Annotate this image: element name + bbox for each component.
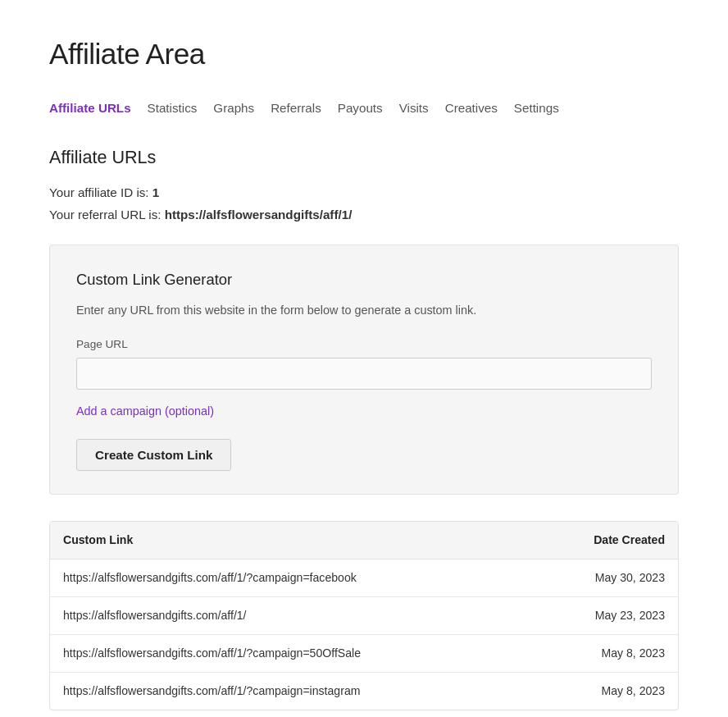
nav-item-payouts[interactable]: Payouts [338, 96, 383, 121]
table-cell-link: https://alfsflowersandgifts.com/aff/1/?c… [50, 673, 533, 710]
table-header-row: Custom Link Date Created [50, 522, 678, 559]
table-cell-link: https://alfsflowersandgifts.com/aff/1/ [50, 597, 533, 635]
table-cell-date: May 30, 2023 [533, 559, 678, 596]
page-title: Affiliate Area [49, 33, 679, 76]
create-custom-link-button[interactable]: Create Custom Link [76, 439, 231, 471]
table-cell-date: May 8, 2023 [533, 673, 678, 710]
referral-url-line: Your referral URL is: https://alfsflower… [49, 206, 679, 225]
table-row: https://alfsflowersandgifts.com/aff/1/?c… [50, 673, 678, 710]
nav-bar: Affiliate URLs Statistics Graphs Referra… [49, 96, 679, 121]
custom-links-table: Custom Link Date Created https://alfsflo… [50, 522, 678, 710]
section-title: Affiliate URLs [49, 144, 679, 171]
table-row: https://alfsflowersandgifts.com/aff/1/?c… [50, 559, 678, 596]
nav-item-referrals[interactable]: Referrals [271, 96, 321, 121]
nav-item-settings[interactable]: Settings [514, 96, 559, 121]
affiliate-id-line: Your affiliate ID is: 1 [49, 184, 679, 203]
nav-item-statistics[interactable]: Statistics [148, 96, 198, 121]
referral-url-label: Your referral URL is: [49, 208, 165, 221]
affiliate-id-value: 1 [152, 185, 159, 199]
page-url-input[interactable] [76, 358, 652, 390]
nav-item-visits[interactable]: Visits [399, 96, 429, 121]
page-url-label: Page URL [76, 336, 652, 353]
page-wrapper: Affiliate Area Affiliate URLs Statistics… [0, 0, 728, 717]
table-cell-date: May 23, 2023 [533, 597, 678, 635]
affiliate-info: Your affiliate ID is: 1 Your referral UR… [49, 184, 679, 225]
nav-item-graphs[interactable]: Graphs [213, 96, 254, 121]
nav-item-creatives[interactable]: Creatives [445, 96, 498, 121]
card-description: Enter any URL from this website in the f… [76, 302, 652, 320]
table-cell-date: May 8, 2023 [533, 635, 678, 673]
card-title: Custom Link Generator [76, 268, 652, 291]
table-row: https://alfsflowersandgifts.com/aff/1/?c… [50, 635, 678, 673]
add-campaign-link[interactable]: Add a campaign (optional) [76, 403, 214, 421]
table-row: https://alfsflowersandgifts.com/aff/1/Ma… [50, 597, 678, 635]
custom-links-table-container: Custom Link Date Created https://alfsflo… [49, 521, 679, 711]
table-header-custom-link: Custom Link [50, 522, 533, 559]
nav-item-affiliate-urls[interactable]: Affiliate URLs [49, 96, 131, 121]
affiliate-id-label: Your affiliate ID is: [49, 185, 152, 199]
table-header-date-created: Date Created [533, 522, 678, 559]
referral-url-value: https://alfsflowersandgifts/aff/1/ [165, 208, 353, 221]
custom-link-generator-card: Custom Link Generator Enter any URL from… [49, 244, 679, 495]
table-cell-link: https://alfsflowersandgifts.com/aff/1/?c… [50, 635, 533, 673]
table-cell-link: https://alfsflowersandgifts.com/aff/1/?c… [50, 559, 533, 596]
